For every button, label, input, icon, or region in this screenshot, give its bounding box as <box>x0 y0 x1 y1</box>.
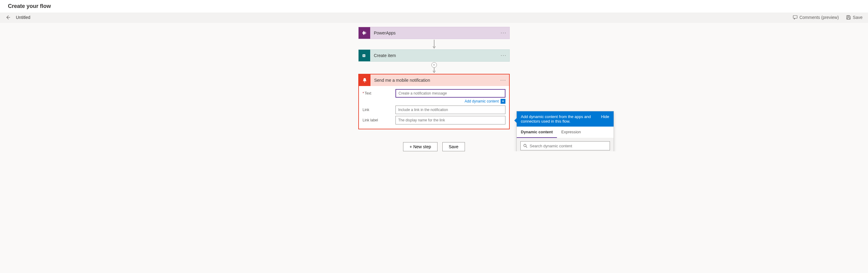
step-create-item-title: Create item <box>370 53 498 58</box>
svg-rect-3 <box>847 18 850 19</box>
connector-arrow-add: + <box>431 62 437 73</box>
field-text-input[interactable] <box>396 89 505 98</box>
add-step-inline-button[interactable]: + <box>431 62 437 68</box>
dynamic-search-input[interactable] <box>530 144 607 148</box>
comment-icon <box>793 15 798 20</box>
sub-header: Untitled Comments (preview) Save <box>0 12 868 23</box>
svg-point-8 <box>364 81 365 82</box>
comments-label: Comments (preview) <box>800 15 839 20</box>
new-step-button[interactable]: + New step <box>403 142 437 151</box>
panel-caret-icon <box>514 118 517 123</box>
connector-arrow <box>432 40 436 49</box>
field-link-input[interactable] <box>396 106 505 114</box>
save-icon <box>846 15 851 20</box>
svg-rect-2 <box>847 16 849 17</box>
svg-point-9 <box>524 144 526 147</box>
save-button[interactable]: Save <box>442 142 465 151</box>
add-dynamic-content-link[interactable]: Add dynamic content <box>465 99 499 103</box>
field-linklabel-label: Link label <box>363 118 396 122</box>
save-header-button[interactable]: Save <box>846 15 863 20</box>
svg-line-10 <box>526 146 527 147</box>
page-title: Create your flow <box>0 0 868 12</box>
search-icon <box>523 144 527 148</box>
back-arrow-icon[interactable] <box>5 15 10 20</box>
dynamic-content-panel: Add dynamic content from the apps and co… <box>517 111 614 151</box>
add-dynamic-content-icon[interactable]: + <box>501 99 505 104</box>
tab-dynamic-content[interactable]: Dynamic content <box>517 127 557 138</box>
bell-icon <box>359 75 370 86</box>
comments-button[interactable]: Comments (preview) <box>793 15 839 20</box>
step-notification-title: Send me a mobile notification <box>370 78 498 83</box>
step-powerapps[interactable]: PowerApps ··· <box>358 27 510 39</box>
sharepoint-icon: S <box>359 50 370 61</box>
svg-rect-1 <box>793 16 797 18</box>
svg-text:S: S <box>363 55 365 57</box>
step-notification-menu[interactable]: ··· <box>498 78 509 83</box>
tab-expression[interactable]: Expression <box>557 127 585 138</box>
step-notification: Send me a mobile notification ··· *Text … <box>358 74 510 129</box>
step-create-item-menu[interactable]: ··· <box>498 53 509 58</box>
field-link-label: Link <box>363 108 396 112</box>
powerapps-icon <box>359 27 370 39</box>
step-powerapps-menu[interactable]: ··· <box>498 30 509 36</box>
field-text-label: *Text <box>363 91 396 95</box>
field-linklabel-input[interactable] <box>396 116 505 125</box>
dynamic-panel-hide-button[interactable]: Hide <box>601 114 609 124</box>
flow-name[interactable]: Untitled <box>16 15 30 20</box>
save-header-label: Save <box>853 15 863 20</box>
dynamic-panel-description: Add dynamic content from the apps and co… <box>521 114 597 124</box>
step-powerapps-title: PowerApps <box>370 30 498 35</box>
step-create-item[interactable]: S Create item ··· <box>358 49 510 62</box>
flow-canvas: PowerApps ··· S Create item ··· + Send m… <box>0 23 868 151</box>
